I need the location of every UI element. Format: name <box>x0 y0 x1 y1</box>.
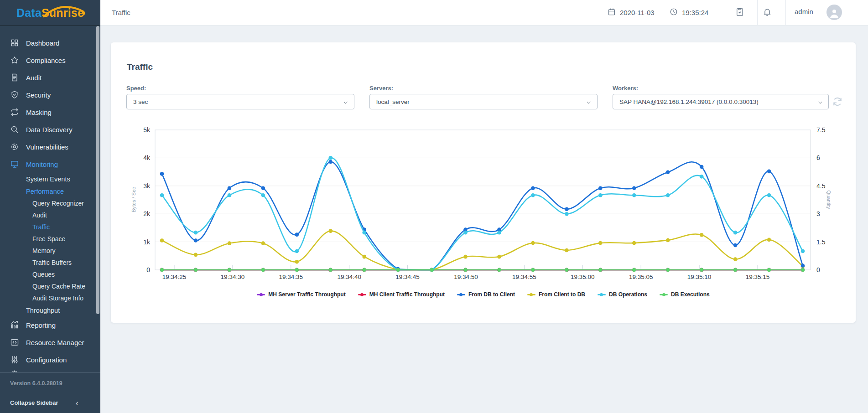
legend-item-mh-client-traffic-throughput[interactable]: MH Client Traffic Throughput <box>358 291 445 298</box>
sidebar-item-audit-storage-info[interactable]: Audit Storage Info <box>0 292 100 304</box>
legend-label: MH Server Traffic Throughput <box>268 291 345 298</box>
legend-item-from-client-to-db[interactable]: From Client to DB <box>527 291 585 298</box>
chart-legend: MH Server Traffic ThroughputMH Client Tr… <box>111 291 856 298</box>
sidebar-item-system-events[interactable]: System Events <box>0 173 100 185</box>
notifications-bell-button[interactable] <box>763 7 772 19</box>
search-icon <box>10 125 19 134</box>
legend-item-db-operations[interactable]: DB Operations <box>598 291 647 298</box>
sidebar-item-label: Query Cache Rate <box>32 283 85 290</box>
sidebar-item-resource-manager[interactable]: Resource Manager <box>0 334 100 351</box>
sidebar-item-monitoring[interactable]: Monitoring <box>0 155 100 173</box>
sidebar-item-vulnerabilities[interactable]: Vulnerabilities <box>0 138 100 155</box>
sidebar-item-label: Query Recognizer <box>32 200 84 207</box>
traffic-panel: Traffic Speed: Servers: Workers: 3 sec l… <box>111 42 856 323</box>
sidebar-item-security[interactable]: Security <box>0 86 100 103</box>
svg-text:1k: 1k <box>143 238 151 246</box>
app-root: DataSunrise DashboardCompliancesAuditSec… <box>0 0 868 413</box>
sidebar-item-label: Resource Manager <box>26 339 84 346</box>
header-divider <box>785 0 786 25</box>
date-value: 2020-11-03 <box>620 9 655 16</box>
sidebar-item-traffic[interactable]: Traffic <box>0 221 100 233</box>
legend-item-mh-server-traffic-throughput[interactable]: MH Server Traffic Throughput <box>257 291 345 298</box>
svg-text:3k: 3k <box>143 182 151 190</box>
legend-label: From Client to DB <box>539 291 585 298</box>
sidebar-item-traffic-buffers[interactable]: Traffic Buffers <box>0 257 100 268</box>
logo-sunrise: Sunrise <box>42 6 84 19</box>
panel-title: Traffic <box>127 62 153 72</box>
dashboard-icon <box>10 38 19 47</box>
sidebar-item-configuration[interactable]: Configuration <box>0 351 100 368</box>
report-icon <box>10 320 19 330</box>
svg-text:19:34:25: 19:34:25 <box>162 274 187 280</box>
sidebar-item-masking[interactable]: Masking <box>0 103 100 121</box>
svg-text:3: 3 <box>816 210 820 217</box>
sidebar-scrollbar[interactable] <box>96 26 99 314</box>
avatar[interactable] <box>826 5 842 20</box>
servers-label: Servers: <box>369 85 393 92</box>
traffic-chart-svg: 19:34:2519:34:3019:34:3519:34:4019:34:45… <box>111 105 856 287</box>
resource-icon <box>10 338 19 347</box>
svg-text:Bytes / Sec: Bytes / Sec <box>131 187 136 212</box>
speed-label: Speed: <box>126 85 146 92</box>
legend-item-from-db-to-client[interactable]: From DB to Client <box>457 291 515 298</box>
sidebar-item-label: Traffic Buffers <box>32 259 72 266</box>
clock-icon <box>670 8 678 17</box>
svg-text:0: 0 <box>816 266 820 274</box>
svg-text:1.5: 1.5 <box>816 238 826 246</box>
workers-label: Workers: <box>613 85 638 92</box>
collapse-sidebar-label: Collapse Sidebar <box>10 399 58 406</box>
svg-text:6: 6 <box>816 154 820 161</box>
sidebar-item-query-recognizer[interactable]: Query Recognizer <box>0 197 100 209</box>
svg-text:19:34:30: 19:34:30 <box>221 274 245 280</box>
logo-wordmark: DataSunrise <box>16 6 84 20</box>
top-header: Traffic 2020-11-03 19:35:24 admin <box>100 0 868 26</box>
header-time: 19:35:24 <box>670 8 708 17</box>
svg-text:19:34:50: 19:34:50 <box>454 274 478 280</box>
sidebar-item-label: Configuration <box>26 356 67 364</box>
sidebar-item-data-discovery[interactable]: Data Discovery <box>0 121 100 138</box>
sidebar-item-label: Compliances <box>26 57 66 64</box>
svg-text:19:35:05: 19:35:05 <box>629 274 653 280</box>
svg-text:Quantity: Quantity <box>826 191 832 209</box>
swap-icon <box>10 108 19 117</box>
sidebar-item-free-space[interactable]: Free Space <box>0 233 100 245</box>
svg-text:19:34:40: 19:34:40 <box>337 274 361 280</box>
sidebar-item-label: Vulnerabilities <box>26 143 68 151</box>
header-divider <box>730 0 730 25</box>
chevron-left-icon: ‹ <box>76 398 78 408</box>
shield-icon <box>10 90 19 99</box>
legend-item-db-executions[interactable]: DB Executions <box>660 291 710 298</box>
sidebar-item-label: Traffic <box>32 223 50 231</box>
legend-label: DB Operations <box>609 291 647 298</box>
sidebar-item-compliances[interactable]: Compliances <box>0 52 100 69</box>
legend-label: DB Executions <box>671 291 710 298</box>
sidebar-menu: DashboardCompliancesAuditSecurityMasking… <box>0 26 100 368</box>
datasunrise-logo[interactable]: DataSunrise <box>0 0 100 26</box>
sidebar-item-query-cache-rate[interactable]: Query Cache Rate <box>0 280 100 292</box>
header-date: 2020-11-03 <box>608 8 655 17</box>
svg-text:4k: 4k <box>143 154 151 161</box>
sidebar-footer: Version 6.4.0.28019 Collapse Sidebar ‹ <box>0 372 100 413</box>
sidebar-item-memory[interactable]: Memory <box>0 245 100 257</box>
legend-marker <box>457 293 465 296</box>
sidebar-item-reporting[interactable]: Reporting <box>0 316 100 334</box>
svg-text:19:35:00: 19:35:00 <box>571 274 595 280</box>
sidebar-item-label: Masking <box>26 108 52 116</box>
legend-marker <box>598 293 606 296</box>
sidebar-item-throughput[interactable]: Throughput <box>0 304 100 316</box>
sidebar-item-label: Performance <box>26 188 64 195</box>
sidebar-item-dashboard[interactable]: Dashboard <box>0 34 100 52</box>
calendar-icon <box>608 8 616 17</box>
svg-text:4.5: 4.5 <box>816 182 826 190</box>
sidebar-item-label: Dashboard <box>26 39 59 47</box>
monitor-icon <box>10 160 19 169</box>
sidebar-item-performance[interactable]: Performance <box>0 185 100 197</box>
tasks-clipboard-button[interactable] <box>735 7 744 19</box>
sidebar-item-label: Throughput <box>26 307 60 314</box>
sidebar-item-queues[interactable]: Queues <box>0 268 100 280</box>
sidebar-item-audit[interactable]: Audit <box>0 209 100 221</box>
time-value: 19:35:24 <box>682 9 708 16</box>
sidebar-item-audit[interactable]: Audit <box>0 69 100 86</box>
collapse-sidebar-button[interactable]: Collapse Sidebar ‹ <box>0 395 100 413</box>
sidebar: DataSunrise DashboardCompliancesAuditSec… <box>0 0 100 413</box>
